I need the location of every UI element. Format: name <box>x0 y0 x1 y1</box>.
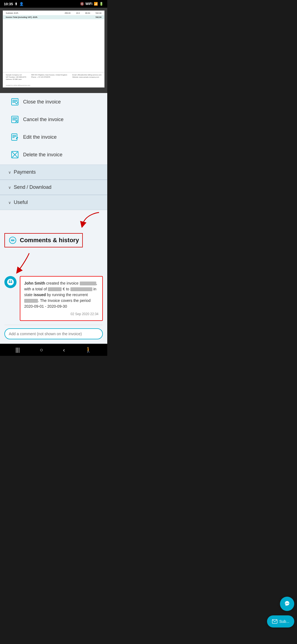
svg-rect-0 <box>12 99 18 105</box>
person-icon: 👤 <box>19 2 24 6</box>
comments-header: Comments & history <box>4 233 83 247</box>
status-bar: 10:35 ⬆ 👤 🔇 WiFi 📶 🔋 <box>0 0 107 8</box>
send-download-chevron-icon: ∨ <box>8 185 11 190</box>
svg-rect-13 <box>12 137 15 138</box>
footer-col2: N55 5VC Brighton, East Sussex, United Ki… <box>31 74 67 80</box>
comments-title: Comments & history <box>20 237 79 244</box>
invoice-body-space <box>3 19 104 63</box>
invoice-footer: Sample Company Ltd VAT Number: GB 068122… <box>3 72 104 82</box>
payments-label: Payments <box>14 169 36 175</box>
actions-section: Close the invoice Cancel the invoice <box>0 93 107 210</box>
bottom-nav: ||| ○ ‹ 🚶 <box>0 344 107 356</box>
svg-rect-7 <box>12 120 16 120</box>
nav-back-icon[interactable]: ‹ <box>63 347 65 353</box>
comment-text: John Smith created the invoice , with a … <box>24 281 97 309</box>
svg-rect-11 <box>12 135 16 136</box>
cancel-invoice-action[interactable]: Cancel the invoice <box>0 111 107 128</box>
red-arrow-right <box>80 211 102 228</box>
delete-invoice-icon <box>11 151 19 159</box>
svg-rect-1 <box>12 100 17 100</box>
comment-avatar <box>4 276 16 288</box>
comment-entry: John Smith created the invoice , with a … <box>4 276 103 321</box>
nav-menu-icon[interactable]: ||| <box>15 347 20 353</box>
comments-section: Comments & history <box>0 228 107 344</box>
comment-bubble: John Smith created the invoice , with a … <box>20 276 103 321</box>
comments-header-icon <box>8 236 17 245</box>
comments-divider <box>4 325 103 325</box>
send-download-label: Send / Download <box>14 184 51 190</box>
redacted-2 <box>48 287 62 291</box>
useful-label: Useful <box>14 200 28 205</box>
wifi-icon: WiFi <box>86 2 92 6</box>
useful-chevron-icon: ∨ <box>8 200 11 205</box>
useful-section[interactable]: ∨ Useful <box>0 195 107 210</box>
invoice-preview-container: Subtotal -EUR- 456.00 19.0 86.64 542.64 … <box>0 8 107 93</box>
delete-invoice-action[interactable]: Delete the invoice <box>0 146 107 163</box>
invoice-subtotal-row: Subtotal -EUR- 456.00 19.0 86.64 542.64 <box>3 11 104 15</box>
cancel-invoice-icon <box>11 116 19 123</box>
nav-accessibility-icon[interactable]: 🚶 <box>85 346 92 353</box>
comment-input-row <box>4 328 103 339</box>
footer-col1: Sample Company Ltd VAT Number: GB 068122… <box>6 74 26 80</box>
edit-invoice-action[interactable]: Edit the invoice <box>0 128 107 146</box>
redacted-4 <box>24 299 38 303</box>
battery-icon: 🔋 <box>99 2 103 6</box>
status-left: 10:35 ⬆ 👤 <box>4 2 24 6</box>
invoice-total-row: Invoice Total (including VAT) -EUR- 542.… <box>3 15 104 19</box>
cancel-invoice-label: Cancel the invoice <box>23 117 64 122</box>
signal-icon: 📶 <box>94 2 98 6</box>
red-arrow-down <box>15 252 32 274</box>
nav-home-icon[interactable]: ○ <box>40 347 43 353</box>
close-invoice-action[interactable]: Close the invoice <box>0 93 107 111</box>
redacted-1 <box>80 282 96 285</box>
mute-icon: 🔇 <box>80 2 84 6</box>
svg-point-21 <box>12 240 13 241</box>
payments-section[interactable]: ∨ Payments <box>0 165 107 180</box>
redacted-3 <box>70 287 92 291</box>
comment-input[interactable] <box>9 332 98 336</box>
footer-col3: Email: office@online-billing-service.com… <box>72 74 101 80</box>
invoice-preview: Subtotal -EUR- 456.00 19.0 86.64 542.64 … <box>3 10 105 88</box>
svg-rect-3 <box>12 102 16 103</box>
invoice-created-by: created by online-billing-service.com <box>6 84 30 86</box>
status-time: 10:35 <box>4 2 13 6</box>
edit-invoice-icon <box>11 133 19 141</box>
payments-chevron-icon: ∨ <box>8 170 11 174</box>
total-label: Invoice Total (including VAT) -EUR- <box>6 16 38 18</box>
close-invoice-icon <box>11 98 19 106</box>
delete-invoice-label: Delete the invoice <box>23 152 62 158</box>
upload-icon: ⬆ <box>15 2 18 6</box>
svg-rect-12 <box>12 136 16 137</box>
svg-rect-6 <box>12 119 17 119</box>
svg-rect-2 <box>12 101 17 102</box>
status-right: 🔇 WiFi 📶 🔋 <box>80 2 103 6</box>
subtotal-values: 456.00 19.0 86.64 542.64 <box>65 12 101 14</box>
send-download-section[interactable]: ∨ Send / Download <box>0 180 107 195</box>
subtotal-v3: 86.64 <box>85 12 90 14</box>
subtotal-v4: 542.64 <box>96 12 101 14</box>
svg-rect-10 <box>12 134 17 140</box>
svg-point-20 <box>11 240 12 241</box>
subtotal-v1: 456.00 <box>65 12 70 14</box>
edit-invoice-label: Edit the invoice <box>23 134 57 140</box>
comment-timestamp: 02 Sep 2020 22:34 <box>24 312 98 316</box>
subtotal-v2: 19.0 <box>76 12 80 14</box>
total-value: 542.64 <box>96 16 101 18</box>
svg-rect-5 <box>12 118 17 118</box>
close-invoice-label: Close the invoice <box>23 99 61 105</box>
subtotal-label: Subtotal -EUR- <box>6 12 19 14</box>
svg-point-22 <box>13 240 14 241</box>
